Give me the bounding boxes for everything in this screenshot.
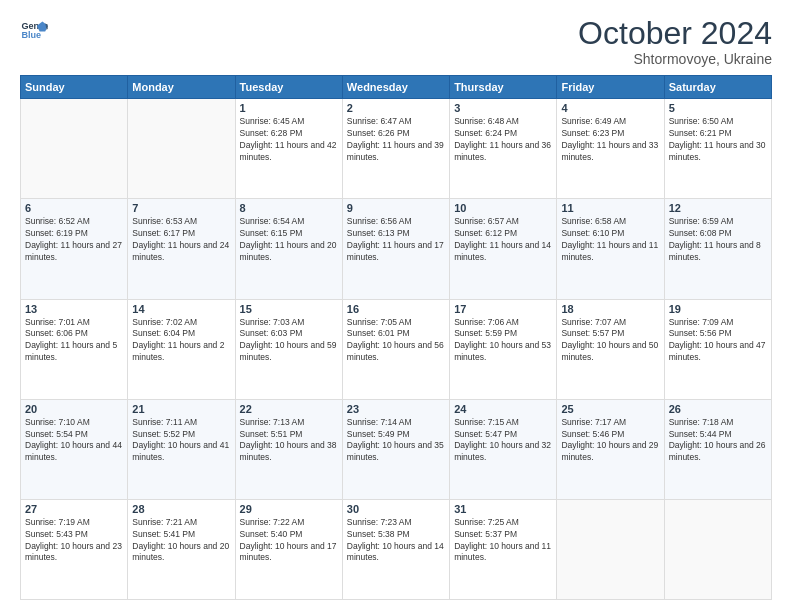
day-info: Sunrise: 7:09 AM Sunset: 5:56 PM Dayligh… <box>669 317 767 365</box>
day-number: 10 <box>454 202 552 214</box>
weekday-header: Saturday <box>664 76 771 99</box>
weekday-header: Friday <box>557 76 664 99</box>
day-number: 5 <box>669 102 767 114</box>
calendar-day-cell: 27Sunrise: 7:19 AM Sunset: 5:43 PM Dayli… <box>21 499 128 599</box>
calendar-day-cell: 12Sunrise: 6:59 AM Sunset: 6:08 PM Dayli… <box>664 199 771 299</box>
day-info: Sunrise: 7:03 AM Sunset: 6:03 PM Dayligh… <box>240 317 338 365</box>
day-number: 15 <box>240 303 338 315</box>
weekday-header: Wednesday <box>342 76 449 99</box>
calendar-day-cell: 19Sunrise: 7:09 AM Sunset: 5:56 PM Dayli… <box>664 299 771 399</box>
day-number: 11 <box>561 202 659 214</box>
calendar-day-cell: 24Sunrise: 7:15 AM Sunset: 5:47 PM Dayli… <box>450 399 557 499</box>
day-number: 18 <box>561 303 659 315</box>
day-number: 20 <box>25 403 123 415</box>
day-info: Sunrise: 6:57 AM Sunset: 6:12 PM Dayligh… <box>454 216 552 264</box>
day-info: Sunrise: 7:22 AM Sunset: 5:40 PM Dayligh… <box>240 517 338 565</box>
title-block: October 2024 Shtormovoye, Ukraine <box>578 16 772 67</box>
calendar-week-row: 1Sunrise: 6:45 AM Sunset: 6:28 PM Daylig… <box>21 99 772 199</box>
calendar-week-row: 13Sunrise: 7:01 AM Sunset: 6:06 PM Dayli… <box>21 299 772 399</box>
day-number: 24 <box>454 403 552 415</box>
page: General Blue October 2024 Shtormovoye, U… <box>0 0 792 612</box>
logo: General Blue <box>20 16 48 44</box>
day-info: Sunrise: 6:49 AM Sunset: 6:23 PM Dayligh… <box>561 116 659 164</box>
location-subtitle: Shtormovoye, Ukraine <box>578 51 772 67</box>
day-number: 22 <box>240 403 338 415</box>
calendar-day-cell: 17Sunrise: 7:06 AM Sunset: 5:59 PM Dayli… <box>450 299 557 399</box>
day-info: Sunrise: 7:10 AM Sunset: 5:54 PM Dayligh… <box>25 417 123 465</box>
calendar-day-cell: 3Sunrise: 6:48 AM Sunset: 6:24 PM Daylig… <box>450 99 557 199</box>
day-number: 17 <box>454 303 552 315</box>
calendar-table: SundayMondayTuesdayWednesdayThursdayFrid… <box>20 75 772 600</box>
day-info: Sunrise: 6:56 AM Sunset: 6:13 PM Dayligh… <box>347 216 445 264</box>
calendar-week-row: 20Sunrise: 7:10 AM Sunset: 5:54 PM Dayli… <box>21 399 772 499</box>
day-number: 29 <box>240 503 338 515</box>
day-number: 23 <box>347 403 445 415</box>
calendar-week-row: 6Sunrise: 6:52 AM Sunset: 6:19 PM Daylig… <box>21 199 772 299</box>
calendar-day-cell: 30Sunrise: 7:23 AM Sunset: 5:38 PM Dayli… <box>342 499 449 599</box>
calendar-day-cell <box>21 99 128 199</box>
day-number: 31 <box>454 503 552 515</box>
day-info: Sunrise: 6:58 AM Sunset: 6:10 PM Dayligh… <box>561 216 659 264</box>
logo-icon: General Blue <box>20 16 48 44</box>
calendar-day-cell: 21Sunrise: 7:11 AM Sunset: 5:52 PM Dayli… <box>128 399 235 499</box>
calendar-day-cell: 13Sunrise: 7:01 AM Sunset: 6:06 PM Dayli… <box>21 299 128 399</box>
calendar-day-cell: 5Sunrise: 6:50 AM Sunset: 6:21 PM Daylig… <box>664 99 771 199</box>
day-info: Sunrise: 6:53 AM Sunset: 6:17 PM Dayligh… <box>132 216 230 264</box>
calendar-day-cell: 2Sunrise: 6:47 AM Sunset: 6:26 PM Daylig… <box>342 99 449 199</box>
day-number: 25 <box>561 403 659 415</box>
calendar-day-cell: 26Sunrise: 7:18 AM Sunset: 5:44 PM Dayli… <box>664 399 771 499</box>
day-number: 8 <box>240 202 338 214</box>
header: General Blue October 2024 Shtormovoye, U… <box>20 16 772 67</box>
calendar-day-cell: 14Sunrise: 7:02 AM Sunset: 6:04 PM Dayli… <box>128 299 235 399</box>
day-number: 4 <box>561 102 659 114</box>
calendar-day-cell: 1Sunrise: 6:45 AM Sunset: 6:28 PM Daylig… <box>235 99 342 199</box>
day-info: Sunrise: 7:05 AM Sunset: 6:01 PM Dayligh… <box>347 317 445 365</box>
weekday-header: Sunday <box>21 76 128 99</box>
day-number: 9 <box>347 202 445 214</box>
calendar-day-cell: 9Sunrise: 6:56 AM Sunset: 6:13 PM Daylig… <box>342 199 449 299</box>
calendar-day-cell <box>557 499 664 599</box>
day-info: Sunrise: 7:15 AM Sunset: 5:47 PM Dayligh… <box>454 417 552 465</box>
calendar-day-cell: 16Sunrise: 7:05 AM Sunset: 6:01 PM Dayli… <box>342 299 449 399</box>
day-number: 30 <box>347 503 445 515</box>
calendar-day-cell: 28Sunrise: 7:21 AM Sunset: 5:41 PM Dayli… <box>128 499 235 599</box>
day-number: 21 <box>132 403 230 415</box>
weekday-header: Tuesday <box>235 76 342 99</box>
calendar-day-cell: 11Sunrise: 6:58 AM Sunset: 6:10 PM Dayli… <box>557 199 664 299</box>
calendar-day-cell: 7Sunrise: 6:53 AM Sunset: 6:17 PM Daylig… <box>128 199 235 299</box>
day-number: 26 <box>669 403 767 415</box>
day-info: Sunrise: 6:47 AM Sunset: 6:26 PM Dayligh… <box>347 116 445 164</box>
calendar-day-cell: 23Sunrise: 7:14 AM Sunset: 5:49 PM Dayli… <box>342 399 449 499</box>
calendar-week-row: 27Sunrise: 7:19 AM Sunset: 5:43 PM Dayli… <box>21 499 772 599</box>
day-number: 2 <box>347 102 445 114</box>
day-info: Sunrise: 7:18 AM Sunset: 5:44 PM Dayligh… <box>669 417 767 465</box>
day-info: Sunrise: 7:07 AM Sunset: 5:57 PM Dayligh… <box>561 317 659 365</box>
day-number: 6 <box>25 202 123 214</box>
day-number: 16 <box>347 303 445 315</box>
svg-text:Blue: Blue <box>21 30 41 40</box>
day-info: Sunrise: 6:45 AM Sunset: 6:28 PM Dayligh… <box>240 116 338 164</box>
day-number: 13 <box>25 303 123 315</box>
day-number: 14 <box>132 303 230 315</box>
calendar-day-cell: 4Sunrise: 6:49 AM Sunset: 6:23 PM Daylig… <box>557 99 664 199</box>
day-info: Sunrise: 7:23 AM Sunset: 5:38 PM Dayligh… <box>347 517 445 565</box>
calendar-day-cell: 10Sunrise: 6:57 AM Sunset: 6:12 PM Dayli… <box>450 199 557 299</box>
calendar-day-cell <box>128 99 235 199</box>
calendar-day-cell <box>664 499 771 599</box>
calendar-day-cell: 18Sunrise: 7:07 AM Sunset: 5:57 PM Dayli… <box>557 299 664 399</box>
day-info: Sunrise: 6:59 AM Sunset: 6:08 PM Dayligh… <box>669 216 767 264</box>
calendar-day-cell: 8Sunrise: 6:54 AM Sunset: 6:15 PM Daylig… <box>235 199 342 299</box>
day-info: Sunrise: 7:17 AM Sunset: 5:46 PM Dayligh… <box>561 417 659 465</box>
calendar-day-cell: 29Sunrise: 7:22 AM Sunset: 5:40 PM Dayli… <box>235 499 342 599</box>
day-info: Sunrise: 7:06 AM Sunset: 5:59 PM Dayligh… <box>454 317 552 365</box>
day-info: Sunrise: 7:01 AM Sunset: 6:06 PM Dayligh… <box>25 317 123 365</box>
weekday-header: Monday <box>128 76 235 99</box>
calendar-day-cell: 6Sunrise: 6:52 AM Sunset: 6:19 PM Daylig… <box>21 199 128 299</box>
day-number: 28 <box>132 503 230 515</box>
day-number: 12 <box>669 202 767 214</box>
day-info: Sunrise: 7:19 AM Sunset: 5:43 PM Dayligh… <box>25 517 123 565</box>
day-info: Sunrise: 7:13 AM Sunset: 5:51 PM Dayligh… <box>240 417 338 465</box>
day-info: Sunrise: 6:50 AM Sunset: 6:21 PM Dayligh… <box>669 116 767 164</box>
day-info: Sunrise: 6:52 AM Sunset: 6:19 PM Dayligh… <box>25 216 123 264</box>
weekday-header: Thursday <box>450 76 557 99</box>
